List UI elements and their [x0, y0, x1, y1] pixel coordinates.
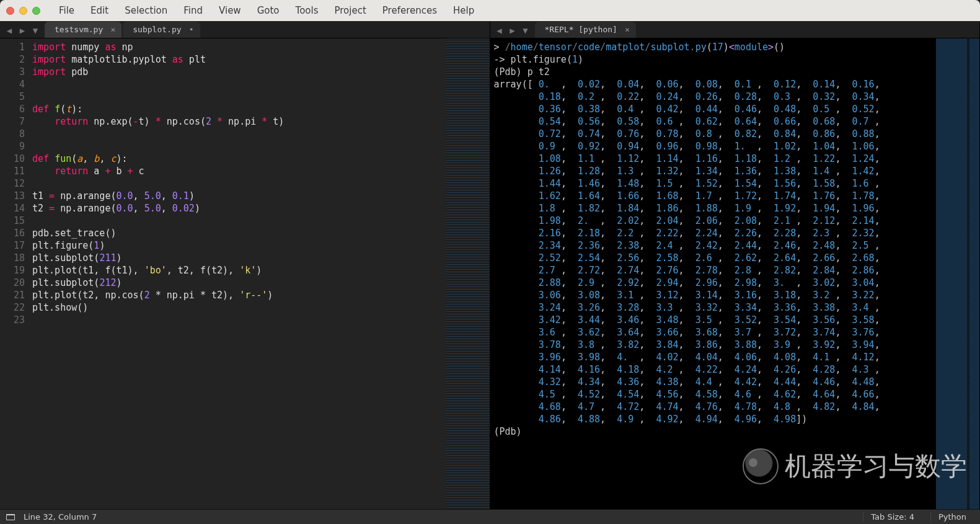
tab-history-forward-icon[interactable]: ▶: [507, 25, 518, 35]
left-editor[interactable]: 1 2 3 4 5 6 7 8 9 10 11 12 13 14 15 16 1…: [0, 38, 490, 509]
tab-label: subplot.py: [133, 25, 181, 34]
titlebar: File Edit Selection Find View Goto Tools…: [0, 0, 980, 21]
source-code-area[interactable]: import numpy as np import matplotlib.pyp…: [30, 38, 446, 509]
left-pane: ◀ ▶ ▼ testsvm.py × subplot.py • 1 2 3 4 …: [0, 21, 490, 509]
tab-label: *REPL* [python]: [545, 25, 617, 34]
panel-toggle-icon[interactable]: [6, 514, 15, 520]
statusbar: Line 32, Column 7 Tab Size: 4 Python: [0, 509, 980, 524]
cursor-position[interactable]: Line 32, Column 7: [24, 512, 97, 522]
repl-output-area[interactable]: > /home/tensor/code/matplot/subplot.py(1…: [490, 38, 937, 509]
tab-history-forward-icon[interactable]: ▶: [17, 25, 28, 35]
window-close-button[interactable]: [6, 7, 14, 15]
menu-goto[interactable]: Goto: [254, 1, 283, 20]
tab-size-indicator[interactable]: Tab Size: 4: [863, 512, 922, 522]
window-maximize-button[interactable]: [32, 7, 40, 15]
menu-view[interactable]: View: [215, 1, 245, 20]
menu-tools[interactable]: Tools: [292, 1, 322, 20]
right-pane-tabs: ◀ ▶ ▼ *REPL* [python] ×: [490, 21, 980, 38]
syntax-indicator[interactable]: Python: [930, 512, 974, 522]
minimap[interactable]: [936, 38, 979, 509]
tab-dirty-icon[interactable]: •: [189, 22, 194, 38]
nav-arrows-right: ◀ ▶ ▼: [490, 25, 535, 38]
menu-project[interactable]: Project: [330, 1, 369, 20]
menu-find[interactable]: Find: [180, 1, 206, 20]
menu-file[interactable]: File: [55, 1, 78, 20]
menu-edit[interactable]: Edit: [87, 1, 112, 20]
tab-subplot[interactable]: subplot.py •: [123, 22, 200, 38]
tab-close-icon[interactable]: ×: [625, 22, 630, 38]
menu-help[interactable]: Help: [449, 1, 478, 20]
minimap[interactable]: [446, 38, 490, 509]
left-pane-tabs: ◀ ▶ ▼ testsvm.py × subplot.py •: [0, 21, 490, 38]
tab-history-back-icon[interactable]: ◀: [4, 25, 15, 35]
window-minimize-button[interactable]: [19, 7, 27, 15]
line-number-gutter: 1 2 3 4 5 6 7 8 9 10 11 12 13 14 15 16 1…: [0, 38, 30, 509]
tab-history-back-icon[interactable]: ◀: [494, 25, 505, 35]
editor-panes: ◀ ▶ ▼ testsvm.py × subplot.py • 1 2 3 4 …: [0, 21, 980, 509]
right-editor[interactable]: > /home/tensor/code/matplot/subplot.py(1…: [490, 38, 980, 509]
window-controls: [6, 7, 40, 15]
tab-dropdown-icon[interactable]: ▼: [30, 25, 41, 35]
menu-preferences[interactable]: Preferences: [379, 1, 441, 20]
nav-arrows-left: ◀ ▶ ▼: [0, 25, 45, 38]
right-pane: ◀ ▶ ▼ *REPL* [python] × > /home/tensor/c…: [490, 21, 981, 509]
menu-selection[interactable]: Selection: [121, 1, 171, 20]
tab-dropdown-icon[interactable]: ▼: [520, 25, 531, 35]
tab-close-icon[interactable]: ×: [110, 22, 115, 38]
tab-label: testsvm.py: [55, 25, 103, 34]
tab-testsvm[interactable]: testsvm.py ×: [45, 22, 121, 38]
tab-repl[interactable]: *REPL* [python] ×: [535, 22, 636, 38]
